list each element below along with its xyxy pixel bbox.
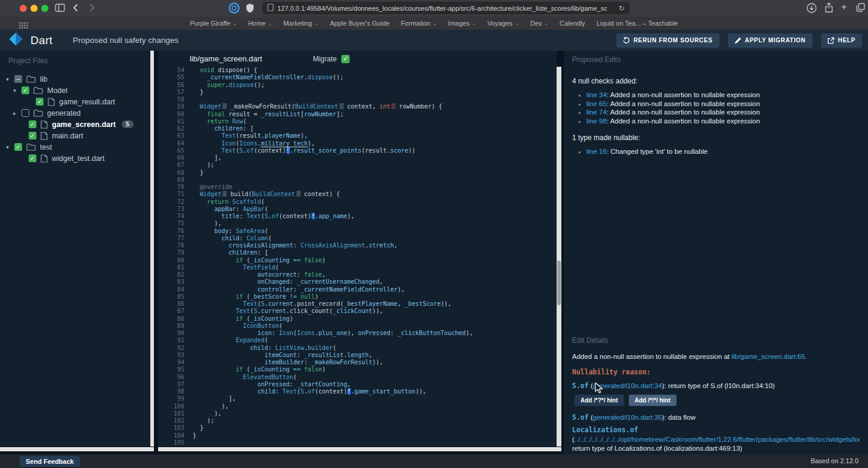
editor-h-scrollbar[interactable] — [158, 447, 561, 451]
tree-down-arrow-icon[interactable]: ▾ — [12, 88, 17, 94]
code-line[interactable]: 71 Widget build(BuildContext context) { — [158, 191, 557, 198]
code-line[interactable]: 98 child: Text(S.of(context)!.game_start… — [158, 388, 557, 395]
zoom-window-button[interactable] — [41, 5, 48, 12]
tree-checkbox[interactable] — [21, 109, 29, 117]
edit-line-link[interactable]: line 98 — [586, 117, 607, 125]
code-line[interactable]: 67 ); — [158, 162, 557, 169]
code-line[interactable]: 63 Text(result.playerName), — [158, 132, 557, 140]
help-button[interactable]: HELP — [821, 33, 862, 48]
edit-line-link[interactable]: line 16 — [586, 148, 607, 155]
tree-item-main-dart[interactable]: ✓main.dart — [0, 130, 150, 141]
bookmark-item[interactable]: Images⌄ — [448, 20, 476, 27]
code-line[interactable]: 93 itemCount: _resultList.length, — [158, 352, 557, 359]
code-line[interactable]: 86 Text(S.current.point_record(_bestPlay… — [158, 300, 557, 308]
code-line[interactable]: 88 if (_isCounting) — [158, 315, 557, 323]
code-line[interactable]: 102 ); — [158, 417, 557, 424]
code-line[interactable]: 85 if (_bestScore != null) — [158, 293, 557, 300]
bookmark-item[interactable]: Dev⌄ — [530, 20, 548, 27]
sidebar-toggle-icon[interactable] — [55, 4, 65, 14]
code-line[interactable]: 104} — [158, 432, 557, 439]
bookmark-item[interactable]: Liquid on Tea... – Teachable — [597, 20, 678, 27]
bookmark-item[interactable]: Formation⌄ — [401, 20, 437, 27]
code-line[interactable]: 66 ], — [158, 154, 557, 162]
sidebar-h-scrollbar[interactable] — [0, 447, 154, 451]
code-line[interactable]: 96 ElevatedButton( — [158, 374, 557, 381]
share-icon[interactable] — [824, 2, 833, 16]
code-line[interactable]: 97 onPressed: _startCounting, — [158, 381, 557, 388]
tree-checkbox[interactable]: ✓ — [14, 143, 22, 151]
tree-checkbox[interactable]: ✓ — [29, 120, 36, 128]
code-line[interactable]: 73 appBar: AppBar( — [158, 206, 557, 213]
code-line[interactable]: 72 return Scaffold( — [158, 199, 557, 206]
code-line[interactable]: 80 if (_isCounting == false) — [158, 257, 557, 264]
tree-item-widget-test-dart[interactable]: ✓widget_test.dart — [0, 153, 150, 164]
code-line[interactable]: 58 — [158, 96, 557, 103]
hint-region-highlight[interactable] — [339, 103, 344, 109]
code-line[interactable]: 69 — [158, 176, 557, 184]
code-line[interactable]: 59 Widget _makeRowForResult(BuildContext… — [158, 103, 557, 110]
tree-item-test[interactable]: ▾✓test — [0, 141, 150, 153]
tree-item-lib[interactable]: ▾–lib — [0, 73, 150, 85]
detail-link[interactable]: generated/l10n.dart:35 — [593, 414, 662, 421]
url-bar[interactable]: 127.0.0.1:49584/Volumes/donnees_locales/… — [262, 2, 629, 14]
code-line[interactable]: 75 ), — [158, 220, 557, 227]
code-line[interactable]: 60 final result = _resultList[rowNumber]… — [158, 111, 557, 118]
code-line[interactable]: 81 TextField( — [158, 264, 557, 271]
code-line[interactable]: 83 onChanged: _currentUsernameChanged, — [158, 278, 557, 286]
detail-link[interactable]: generated/l10n.dart:34 — [593, 382, 662, 389]
code-line[interactable]: 77 child: Column( — [158, 235, 557, 242]
tree-item-generated[interactable]: ▸generated — [0, 107, 150, 119]
tree-checkbox[interactable]: – — [14, 75, 22, 83]
bookmark-item[interactable]: Marketing⌄ — [283, 20, 319, 27]
back-icon[interactable] — [73, 4, 78, 14]
sidebar-scrollbar[interactable] — [150, 51, 154, 447]
forward-icon[interactable] — [89, 4, 95, 14]
add-hint-button[interactable]: Add /*!*/ hint — [629, 395, 677, 406]
code-line[interactable]: 95 if (_isCounting == false) — [158, 366, 557, 373]
bookmark-item[interactable]: Calendly — [560, 20, 585, 27]
tree-item-game-result-dart[interactable]: ✓game_result.dart — [0, 96, 150, 107]
close-window-button[interactable] — [20, 5, 27, 12]
editor-scrollbar[interactable] — [557, 67, 561, 447]
bookmark-item[interactable]: Voyages⌄ — [487, 20, 519, 27]
reload-icon[interactable]: ↻ — [619, 4, 625, 13]
editor-scrollbar-thumb[interactable] — [557, 261, 561, 305]
code-line[interactable]: 56 super.dispose(); — [158, 82, 557, 89]
code-line[interactable]: 70 @override — [158, 184, 557, 191]
tree-checkbox[interactable]: ✓ — [36, 98, 44, 106]
migrate-checkbox[interactable]: ✓ — [341, 55, 350, 63]
tree-down-arrow-icon[interactable]: ▾ — [5, 76, 10, 82]
code-line[interactable]: 64 Icon(Icons.military_tech), — [158, 140, 557, 147]
code-line[interactable]: 74 title: Text(S.of(context)!.app_name), — [158, 213, 557, 220]
privacy-shield-icon[interactable] — [246, 3, 254, 16]
code-line[interactable]: 89 IconButton( — [158, 323, 557, 330]
tree-checkbox[interactable]: ✓ — [21, 86, 29, 94]
code-line[interactable]: 105 — [158, 439, 557, 447]
edit-line-link[interactable]: line 34 — [586, 91, 607, 98]
bookmark-item[interactable]: Purple Giraffe⌄ — [190, 20, 237, 27]
send-feedback-button[interactable]: Send Feedback — [20, 456, 80, 467]
tree-item-game-screen-dart[interactable]: ✓game_screen.dart5 — [0, 119, 150, 130]
code-line[interactable]: 99 ], — [158, 395, 557, 402]
code-line[interactable]: 92 child: ListView.builder( — [158, 345, 557, 352]
downloads-icon[interactable] — [807, 3, 817, 16]
tree-checkbox[interactable]: ✓ — [29, 132, 36, 140]
minimize-window-button[interactable] — [30, 5, 38, 12]
code-line[interactable]: 61 return Row( — [158, 118, 557, 125]
code-line[interactable]: 103 } — [158, 424, 557, 432]
code-line[interactable]: 65 Text(S.of(context)!.result_score_poin… — [158, 147, 557, 154]
add-hint-button[interactable]: Add /*?*/ hint — [574, 395, 624, 406]
code-line[interactable]: 101 ), — [158, 410, 557, 417]
hint-region-highlight[interactable] — [296, 191, 301, 197]
code-line[interactable]: 84 controller: _currentNameFieldControll… — [158, 286, 557, 293]
code-line[interactable]: 79 children: [ — [158, 249, 557, 256]
code-line[interactable]: 54 void dispose() { — [158, 67, 557, 74]
edit-line-link[interactable]: line 74 — [586, 109, 607, 116]
bookmark-item[interactable]: Apple Buyer's Guide — [330, 20, 390, 27]
code-line[interactable]: 76 body: SafeArea( — [158, 228, 557, 235]
code-line[interactable]: 100 ), — [158, 403, 557, 410]
code-line[interactable]: 87 Text(S.current.click_count(_clickCoun… — [158, 308, 557, 315]
code-line[interactable]: 57 } — [158, 89, 557, 96]
content-blocker-icon[interactable] — [228, 2, 240, 16]
new-tab-icon[interactable]: + — [841, 2, 847, 13]
